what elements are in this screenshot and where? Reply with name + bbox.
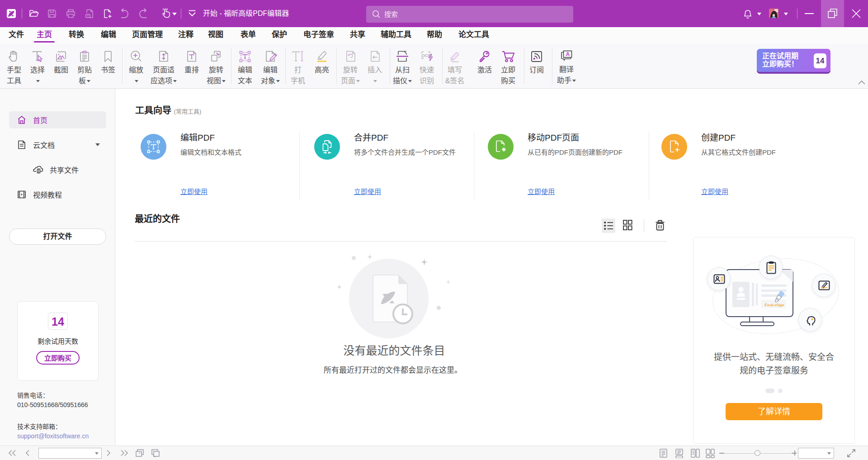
- svg-text:Foxit eSign: Foxit eSign: [764, 303, 784, 307]
- svg-text:OCR: OCR: [422, 53, 431, 58]
- svg-text:A: A: [566, 51, 570, 57]
